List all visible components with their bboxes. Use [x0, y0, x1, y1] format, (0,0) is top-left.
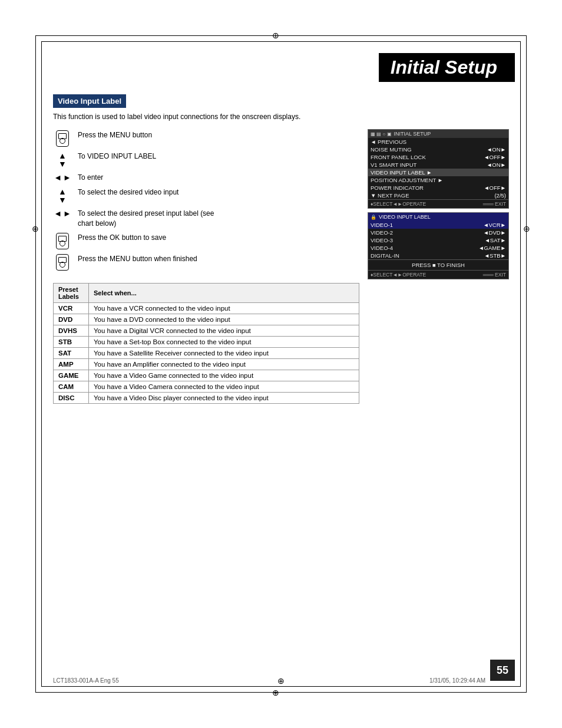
menu2-row-3: VIDEO-3◄SAT► — [368, 236, 508, 244]
table-cell-description: You have a Video Game connected to the v… — [89, 370, 359, 381]
instruction-text-5: To select the desired preset input label… — [78, 207, 214, 229]
section-header: Video Input Label — [53, 94, 126, 108]
preset-table: Preset Labels Select when... VCRYou have… — [53, 283, 359, 404]
footer-crosshair: ⊕ — [277, 676, 285, 686]
border-bottom — [35, 692, 527, 693]
inner-border-right — [520, 41, 521, 687]
menu1-row-5-active: VIDEO INPUT LABEL ► — [368, 169, 508, 176]
section-description: This function is used to label video inp… — [53, 113, 509, 121]
instruction-row-5: ◄► To select the desired preset input la… — [53, 207, 356, 229]
table-cell-description: You have an Amplifier connected to the v… — [89, 359, 359, 370]
table-cell-label: GAME — [54, 370, 89, 381]
instructions-left: Press the MENU button ▲ ▼ To VIDEO INPUT… — [53, 129, 356, 283]
arrows-leftright-icon-1: ◄► — [53, 172, 72, 182]
menu1-row-1: ◄ PREVIOUS — [368, 138, 508, 146]
menu2-header: 🔒 VIDEO INPUT LABEL — [368, 213, 508, 221]
table-row: GAMEYou have a Video Game connected to t… — [54, 370, 359, 381]
menu1-row-4: V1 SMART INPUT◄ON► — [368, 161, 508, 169]
menu-screen-1: ▦ ▤ ○ ▣ INITIAL SETUP ◄ PREVIOUS NOISE M… — [368, 129, 509, 209]
inner-border-bottom — [41, 686, 521, 687]
menu2-footer-right: ═══ EXIT — [483, 272, 506, 278]
inner-border-left — [41, 41, 42, 687]
instruction-text-3: To enter — [78, 172, 103, 183]
table-row: DVHSYou have a Digital VCR connected to … — [54, 325, 359, 337]
menu1-footer: ♦SELECT◄►OPERATE ═══ EXIT — [368, 199, 508, 208]
crosshair-left: ⊕ — [31, 224, 40, 233]
menu2-title: VIDEO INPUT LABEL — [379, 214, 431, 220]
menu1-header: ▦ ▤ ○ ▣ INITIAL SETUP — [368, 130, 508, 138]
title-bar: Initial Setup — [379, 53, 515, 82]
table-cell-label: VCR — [54, 303, 89, 314]
instruction-text-6: Press the OK button to save — [78, 232, 166, 243]
instruction-row-4: ▲ ▼ To select the desired video input — [53, 186, 356, 204]
menu-screens: ▦ ▤ ○ ▣ INITIAL SETUP ◄ PREVIOUS NOISE M… — [368, 129, 509, 283]
instruction-text-2: To VIDEO INPUT LABEL — [78, 150, 156, 162]
instruction-row-6: Press the OK button to save — [53, 232, 356, 249]
menu1-row-7: POWER INDICATOR◄OFF► — [368, 184, 508, 192]
instruction-text-4: To select the desired video input — [78, 186, 178, 197]
border-left — [35, 35, 36, 693]
table-cell-description: You have a Set-top Box connected to the … — [89, 337, 359, 348]
crosshair-top: ⊕ — [271, 31, 280, 40]
instruction-row-2: ▲ ▼ To VIDEO INPUT LABEL — [53, 150, 356, 168]
instruction-row-3: ◄► To enter — [53, 172, 356, 183]
page-number: 55 — [490, 660, 515, 681]
table-row: DVDYou have a DVD connected to the video… — [54, 314, 359, 325]
table-cell-label: DISC — [54, 393, 89, 404]
table-row: VCRYou have a VCR connected to the video… — [54, 303, 359, 314]
remote-icon-3 — [53, 253, 72, 271]
instruction-row-1: Press the MENU button — [53, 129, 356, 147]
menu1-footer-right: ═══ EXIT — [483, 201, 506, 207]
menu1-row-2: NOISE MUTING◄ON► — [368, 146, 508, 153]
table-cell-description: You have a Video Camera connected to the… — [89, 381, 359, 393]
table-section: Preset Labels Select when... VCRYou have… — [53, 283, 509, 404]
crosshair-bottom: ⊕ — [271, 688, 280, 697]
table-cell-description: You have a VCR connected to the video in… — [89, 303, 359, 314]
main-content: Video Input Label This function is used … — [53, 94, 509, 283]
menu1-row-8: ▼ NEXT PAGE(2/5) — [368, 192, 508, 199]
footer-left: LCT1833-001A-A Eng 55 — [53, 677, 119, 684]
menu1-row-6: POSITION ADJUSTMENT ► — [368, 176, 508, 184]
table-row: SATYou have a Satellite Receiver connect… — [54, 348, 359, 359]
table-cell-description: You have a Video Disc player connected t… — [89, 393, 359, 404]
arrows-leftright-icon-2: ◄► — [53, 207, 72, 218]
footer-right: 1/31/05, 10:29:44 AM — [429, 677, 485, 684]
menu2-footer: ♦SELECT◄►OPERATE ═══ EXIT — [368, 270, 508, 279]
table-cell-label: DVD — [54, 314, 89, 325]
menu-screen-2: 🔒 VIDEO INPUT LABEL VIDEO-1◄VCR► VIDEO-2… — [368, 212, 509, 279]
table-row: CAMYou have a Video Camera connected to … — [54, 381, 359, 393]
col-header-select: Select when... — [89, 284, 359, 303]
remote-icon-1 — [53, 129, 72, 147]
instruction-text-7: Press the MENU button when finished — [78, 253, 197, 264]
instructions-area: Press the MENU button ▲ ▼ To VIDEO INPUT… — [53, 129, 509, 283]
arrows-updown-icon-2: ▲ ▼ — [53, 186, 72, 204]
menu2-footer-left: ♦SELECT◄►OPERATE — [371, 272, 426, 278]
table-cell-description: You have a Satellite Receiver connected … — [89, 348, 359, 359]
table-cell-description: You have a Digital VCR connected to the … — [89, 325, 359, 337]
menu1-footer-left: ♦SELECT◄►OPERATE — [371, 201, 426, 207]
menu2-row-1: VIDEO-1◄VCR► — [368, 221, 508, 229]
col-header-labels: Preset Labels — [54, 284, 89, 303]
table-row: DISCYou have a Video Disc player connect… — [54, 393, 359, 404]
border-top — [35, 35, 527, 36]
arrows-updown-icon-1: ▲ ▼ — [53, 150, 72, 168]
menu1-row-3: FRONT PANEL LOCK◄OFF► — [368, 153, 508, 161]
border-right — [526, 35, 527, 693]
table-cell-label: AMP — [54, 359, 89, 370]
inner-border-top — [41, 41, 521, 42]
page-title: Initial Setup — [391, 57, 497, 78]
table-cell-label: SAT — [54, 348, 89, 359]
table-cell-label: STB — [54, 337, 89, 348]
table-cell-label: DVHS — [54, 325, 89, 337]
table-row: AMPYou have an Amplifier connected to th… — [54, 359, 359, 370]
remote-icon-2 — [53, 232, 72, 249]
menu2-row-5: DIGITAL-IN◄STB► — [368, 252, 508, 259]
crosshair-right: ⊕ — [522, 224, 531, 233]
instruction-row-7: Press the MENU button when finished — [53, 253, 356, 271]
menu2-row-2: VIDEO-2◄DVD► — [368, 229, 508, 236]
menu2-row-4: VIDEO-4◄GAME► — [368, 244, 508, 252]
table-cell-label: CAM — [54, 381, 89, 393]
table-row: STBYou have a Set-top Box connected to t… — [54, 337, 359, 348]
table-cell-description: You have a DVD connected to the video in… — [89, 314, 359, 325]
menu2-press-text: PRESS ■ TO FINISH — [368, 259, 508, 270]
